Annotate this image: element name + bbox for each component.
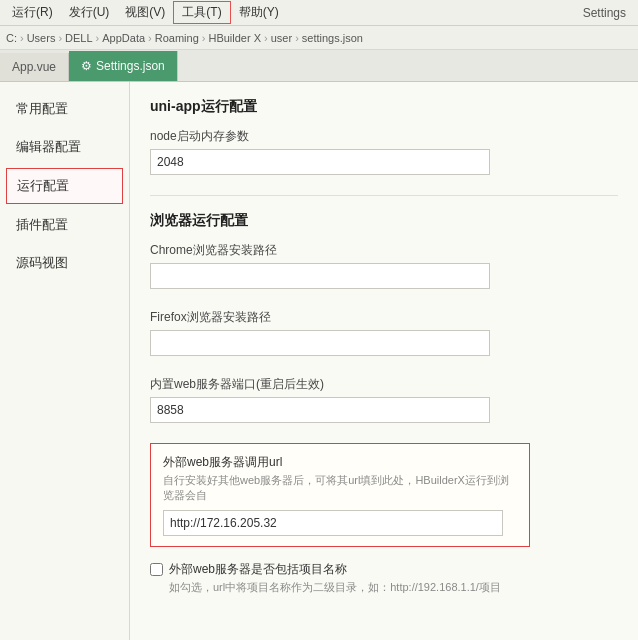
checkbox-sub-label: 如勾选，url中将项目名称作为二级目录，如：http://192.168.1.1… <box>169 580 618 595</box>
external-url-box: 外部web服务器调用url 自行安装好其他web服务器后，可将其url填到此处，… <box>150 443 530 547</box>
port-input[interactable] <box>150 397 490 423</box>
node-label: node启动内存参数 <box>150 128 618 145</box>
node-field-group: node启动内存参数 <box>150 128 618 175</box>
breadcrumb-c: C: <box>6 32 17 44</box>
sidebar-item-plugins[interactable]: 插件配置 <box>0 206 129 244</box>
breadcrumb-user: user <box>271 32 292 44</box>
port-field-group: 内置web服务器端口(重启后生效) <box>150 376 618 423</box>
tab-app-vue-label: App.vue <box>12 60 56 74</box>
checkbox-row: 外部web服务器是否包括项目名称 如勾选，url中将项目名称作为二级目录，如：h… <box>150 561 618 595</box>
tabs-bar: App.vue ⚙ Settings.json <box>0 50 638 82</box>
menu-view[interactable]: 视图(V) <box>117 2 173 23</box>
sidebar-item-editor[interactable]: 编辑器配置 <box>0 128 129 166</box>
sidebar-item-general[interactable]: 常用配置 <box>0 90 129 128</box>
settings-tab-icon: ⚙ <box>81 59 92 73</box>
external-url-desc: 自行安装好其他web服务器后，可将其url填到此处，HBuilderX运行到浏览… <box>163 473 517 504</box>
tab-settings-json-label: Settings.json <box>96 59 165 73</box>
breadcrumb-appdata: AppData <box>102 32 145 44</box>
external-url-input[interactable] <box>163 510 503 536</box>
content-area: uni-app运行配置 node启动内存参数 浏览器运行配置 Chrome浏览器… <box>130 82 638 640</box>
uniapp-section-title: uni-app运行配置 <box>150 98 618 116</box>
sidebar: 常用配置 编辑器配置 运行配置 插件配置 源码视图 <box>0 82 130 640</box>
menubar-right: Settings <box>583 6 634 20</box>
menu-help[interactable]: 帮助(Y) <box>231 2 287 23</box>
breadcrumb: C: › Users › DELL › AppData › Roaming › … <box>0 26 638 50</box>
tab-app-vue[interactable]: App.vue <box>0 53 69 81</box>
menubar: 运行(R) 发行(U) 视图(V) 工具(T) 帮助(Y) Settings <box>0 0 638 26</box>
firefox-label: Firefox浏览器安装路径 <box>150 309 618 326</box>
breadcrumb-settings-json: settings.json <box>302 32 363 44</box>
port-label: 内置web服务器端口(重启后生效) <box>150 376 618 393</box>
external-checkbox[interactable] <box>150 563 163 576</box>
sidebar-item-source[interactable]: 源码视图 <box>0 244 129 282</box>
checkbox-main-label: 外部web服务器是否包括项目名称 <box>169 561 618 578</box>
chrome-input[interactable] <box>150 263 490 289</box>
tab-settings-json[interactable]: ⚙ Settings.json <box>69 51 178 81</box>
sidebar-item-runtime[interactable]: 运行配置 <box>6 168 123 204</box>
firefox-input[interactable] <box>150 330 490 356</box>
breadcrumb-dell: DELL <box>65 32 93 44</box>
menu-publish[interactable]: 发行(U) <box>61 2 118 23</box>
main-layout: 常用配置 编辑器配置 运行配置 插件配置 源码视图 uni-app运行配置 no… <box>0 82 638 640</box>
breadcrumb-users: Users <box>27 32 56 44</box>
browser-section-title: 浏览器运行配置 <box>150 212 618 230</box>
menu-tools[interactable]: 工具(T) <box>173 1 230 24</box>
menu-run[interactable]: 运行(R) <box>4 2 61 23</box>
breadcrumb-roaming: Roaming <box>155 32 199 44</box>
chrome-label: Chrome浏览器安装路径 <box>150 242 618 259</box>
chrome-field-group: Chrome浏览器安装路径 <box>150 242 618 289</box>
firefox-field-group: Firefox浏览器安装路径 <box>150 309 618 356</box>
node-input[interactable] <box>150 149 490 175</box>
section-divider-1 <box>150 195 618 196</box>
breadcrumb-hbuilderx: HBuilder X <box>208 32 261 44</box>
external-url-title: 外部web服务器调用url <box>163 454 517 471</box>
